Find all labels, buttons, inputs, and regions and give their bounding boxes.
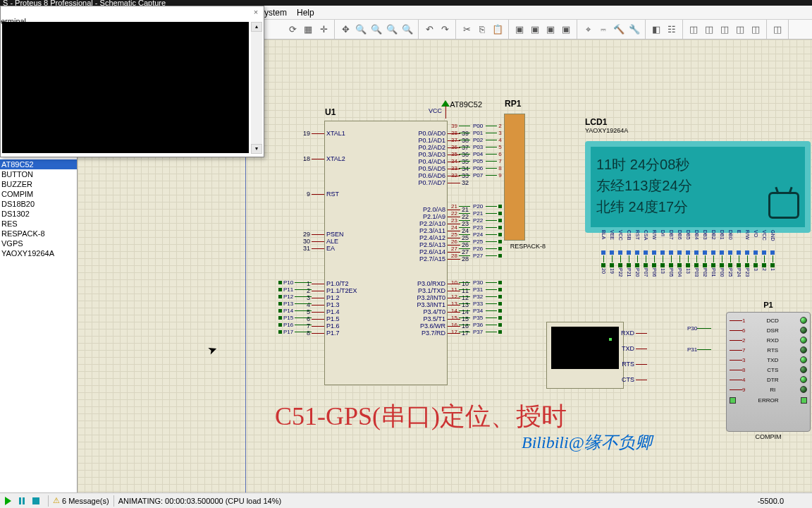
compim-pin: 8CTS [730, 365, 807, 375]
mcu-chip[interactable]: U1 AT89C52 19XTAL118XTAL29RST29PSEN30ALE… [324, 121, 448, 385]
terminal-scrollbar[interactable]: ▴ ▾ [251, 22, 262, 154]
tool-h-icon[interactable]: ◫ [770, 23, 785, 37]
cursor-dot-icon [609, 338, 612, 341]
respack[interactable]: RP1 RESPACK-8 [504, 114, 525, 241]
cursor-coord: -5500.0 [758, 497, 784, 505]
bus-pin: 37P024 [451, 137, 502, 143]
refresh-icon[interactable]: ⟳ [285, 23, 300, 37]
net-label: P31 [687, 346, 711, 353]
bus-pin: 11P31 [451, 286, 502, 293]
device-item[interactable]: DS1302 [0, 209, 77, 219]
hammer-icon[interactable]: 🔨 [612, 23, 626, 37]
tool-a-icon[interactable]: ◧ [649, 23, 663, 37]
block-delete-icon[interactable]: ▣ [559, 23, 573, 37]
zoom-fit-icon[interactable]: 🔍 [385, 23, 399, 37]
bus-pin: 12P32 [451, 294, 502, 300]
vcc-symbol [441, 97, 450, 119]
bus-pin: 26P25 [451, 238, 502, 245]
cut-icon[interactable]: ✂ [460, 23, 474, 37]
pan-icon[interactable]: ✥ [338, 23, 352, 37]
device-item[interactable]: YAOXY19264A [0, 248, 77, 258]
grid-icon[interactable]: ▦ [301, 23, 315, 37]
stop-button[interactable] [31, 496, 41, 506]
block-rotate-icon[interactable]: ▣ [543, 23, 558, 37]
device-item[interactable]: AT89C52 [0, 159, 77, 169]
scroll-down-icon[interactable]: ▾ [251, 144, 262, 154]
zoom-in-icon[interactable]: 🔍 [354, 23, 368, 37]
tool-e-icon[interactable]: ◫ [718, 23, 732, 37]
pause-button[interactable] [17, 496, 27, 506]
vt-component[interactable]: RXDTXDRTSCTS [546, 322, 624, 389]
virtual-terminal-window[interactable]: erminal × ▴ ▾ [0, 6, 264, 157]
mcu-name: U1 [325, 107, 336, 117]
mcu-pin: 31EA [300, 245, 335, 252]
messages-count[interactable]: 6 Message(s) [62, 497, 109, 505]
zoom-area-icon[interactable]: 🔍 [400, 23, 414, 37]
lcd-pin: VEE19 [608, 230, 616, 288]
lcd-pin: GND1 [768, 230, 777, 288]
net-label: P12 [278, 294, 312, 300]
bilibili-icon [768, 192, 799, 219]
rp1-ref: RESPACK-8 [510, 243, 546, 250]
lcd-pin: R/WP23 [743, 230, 751, 288]
undo-icon[interactable]: ↶ [422, 23, 436, 37]
device-item[interactable]: DS18B20 [0, 199, 77, 209]
scroll-up-icon[interactable]: ▴ [251, 22, 262, 32]
tool-c-icon[interactable]: ◫ [687, 23, 701, 37]
lcd-pin: D/I13 [658, 230, 667, 288]
tool-d-icon[interactable]: ◫ [702, 23, 716, 37]
device-item[interactable]: VGPS [0, 238, 77, 248]
lcd-pin: VO3 [751, 230, 760, 288]
net-label: P17 [278, 329, 312, 335]
device-item[interactable]: RESPACK-8 [0, 229, 77, 238]
menu-help[interactable]: Help [297, 8, 314, 18]
lcd-pin: DB1P00 [718, 230, 726, 288]
mcu-pin: 9RST [300, 190, 339, 198]
copy-icon[interactable]: ⎘ [475, 23, 489, 37]
lcd-pins: BLA20VEE19VCCP22CSBP21RSTP20CSAP07R/WP06… [599, 230, 777, 288]
lcd-pin: DB3P02 [701, 230, 709, 288]
compim-pin: 4DTR [730, 375, 807, 385]
bus-pin: 27P26 [451, 246, 502, 252]
mcu-pin: 18XTAL2 [300, 155, 345, 162]
tool-f-icon[interactable]: ◫ [733, 23, 747, 37]
bus-pin: 14P34 [451, 308, 502, 314]
wire-icon[interactable]: ⎓ [596, 23, 610, 37]
bus-pin: 15P35 [451, 315, 502, 321]
lcd-component[interactable]: LCD1 YAOXY19264A 11时 24分08秒 东经113度24分 北纬… [585, 117, 811, 233]
vt-pin: TXD [622, 345, 647, 352]
redo-icon[interactable]: ↷ [438, 23, 452, 37]
device-item[interactable]: COMPIM [0, 189, 77, 199]
tool-b-icon[interactable]: ☷ [665, 23, 679, 37]
mcu-pin: 29PSEN [300, 231, 344, 238]
terminal-title: erminal [1, 17, 26, 25]
block-copy-icon[interactable]: ▣ [512, 23, 527, 37]
play-button[interactable] [3, 496, 13, 506]
origin-icon[interactable]: ✛ [316, 23, 331, 37]
block-move-icon[interactable]: ▣ [528, 23, 542, 37]
lcd-pin: VCC2 [760, 230, 768, 288]
device-list[interactable]: AT89C52BUTTONBUZZERCOMPIMDS18B20DS1302RE… [0, 159, 77, 258]
tool-g-icon[interactable]: ◫ [749, 23, 763, 37]
wrench-icon[interactable]: 🔧 [627, 23, 641, 37]
lcd-screen: 11时 24分08秒 东经113度24分 北纬 24度17分 [585, 141, 811, 233]
lcd-pin: EP24 [734, 230, 743, 288]
bus-pin: 13P33 [451, 301, 502, 307]
compim-component[interactable]: P1 1DCD6DSR2RXD7RTS3TXD8CTS4DTR9RIERROR … [726, 301, 811, 440]
close-icon[interactable]: × [251, 8, 261, 18]
bus-pin: 32P079 [451, 172, 502, 179]
pick-icon[interactable]: ⌖ [581, 23, 595, 37]
zoom-out-icon[interactable]: 🔍 [369, 23, 383, 37]
lcd-pin: DB2P01 [709, 230, 718, 288]
lcd-name: LCD1 [585, 117, 811, 127]
device-item[interactable]: BUTTON [0, 169, 77, 179]
paste-icon[interactable]: 📋 [491, 23, 505, 37]
lcd-pin: DB0P25 [726, 230, 734, 288]
device-item[interactable]: BUZZER [0, 179, 77, 189]
compim-pin: 1DCD [730, 315, 807, 325]
vt-pin: RTS [622, 361, 647, 368]
device-item[interactable]: RES [0, 219, 77, 229]
menu-system[interactable]: ystem [264, 8, 287, 18]
vt-pin: RXD [621, 329, 647, 337]
lcd-pin: DB7P05 [667, 230, 675, 288]
